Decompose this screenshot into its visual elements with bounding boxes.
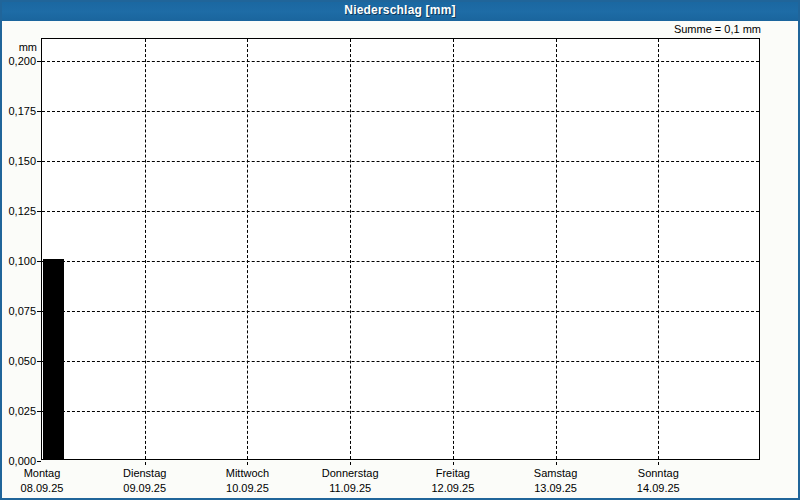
y-tick-mark (37, 461, 41, 462)
y-tick-mark (37, 61, 41, 62)
x-gridline (350, 39, 351, 459)
x-tick-mark (658, 462, 659, 465)
y-tick-label: 0,150 (0, 155, 36, 167)
x-axis-day-label: Montag (24, 467, 61, 479)
chart-title: Niederschlag [mm] (344, 0, 455, 21)
x-gridline (556, 39, 557, 459)
y-tick-mark (37, 361, 41, 362)
x-axis-day-label: Mittwoch (226, 467, 269, 479)
y-tick-mark (37, 261, 41, 262)
x-axis-date-label: 08.09.25 (21, 482, 64, 494)
x-tick-mark (145, 462, 146, 465)
x-axis-day-label: Dienstag (123, 467, 166, 479)
x-axis-date-label: 10.09.25 (226, 482, 269, 494)
y-tick-label: 0,075 (0, 305, 36, 317)
x-axis-date-label: 12.09.25 (431, 482, 474, 494)
y-tick-label: 0,200 (0, 55, 36, 67)
x-gridline (658, 39, 659, 459)
y-tick-mark (37, 111, 41, 112)
y-gridline (42, 361, 759, 362)
x-axis-date-label: 09.09.25 (123, 482, 166, 494)
x-axis-day-label: Donnerstag (322, 467, 379, 479)
y-tick-label: 0,125 (0, 205, 36, 217)
y-tick-label: 0,000 (0, 455, 36, 467)
x-gridline (453, 39, 454, 459)
x-axis-day-label: Samstag (534, 467, 577, 479)
y-tick-label: 0,175 (0, 105, 36, 117)
x-tick-mark (453, 462, 454, 465)
y-tick-mark (37, 161, 41, 162)
y-tick-mark (37, 211, 41, 212)
x-axis-date-label: 13.09.25 (534, 482, 577, 494)
x-gridline (145, 39, 146, 459)
y-gridline (42, 61, 759, 62)
x-axis-day-label: Freitag (436, 467, 470, 479)
y-gridline (42, 411, 759, 412)
y-tick-label: 0,050 (0, 355, 36, 367)
title-bar: Niederschlag [mm] (0, 0, 800, 21)
plot-area (41, 38, 760, 460)
weather-chart-window: Niederschlag [mm] Summe = 0,1 mm mm 0,20… (0, 0, 800, 500)
y-axis-unit-label: mm (0, 41, 37, 53)
x-tick-mark (247, 462, 248, 465)
y-gridline (42, 211, 759, 212)
y-tick-mark (37, 311, 41, 312)
y-gridline (42, 311, 759, 312)
y-gridline (42, 261, 759, 262)
y-tick-mark (37, 411, 41, 412)
x-axis-day-label: Sonntag (638, 467, 679, 479)
precipitation-bar (43, 259, 64, 459)
x-axis-date-label: 11.09.25 (329, 482, 371, 494)
y-gridline (42, 161, 759, 162)
x-tick-mark (556, 462, 557, 465)
y-tick-label: 0,025 (0, 405, 36, 417)
x-gridline (247, 39, 248, 459)
x-axis-date-label: 14.09.25 (637, 482, 680, 494)
x-tick-mark (350, 462, 351, 465)
sum-total-label: Summe = 0,1 mm (674, 23, 761, 35)
y-gridline (42, 111, 759, 112)
y-tick-label: 0,100 (0, 255, 36, 267)
